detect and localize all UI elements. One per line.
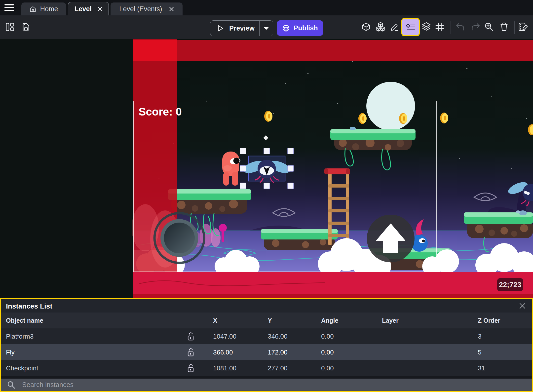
instances-list-panel: Instances List Object name X Y Angle Lay…: [0, 298, 533, 392]
jump-button-control[interactable]: [367, 215, 415, 262]
lock-icon[interactable]: [187, 344, 194, 360]
close-icon[interactable]: [169, 7, 174, 11]
trash-icon[interactable]: [499, 22, 509, 32]
instances-list-icon[interactable]: [401, 18, 420, 36]
tab-label: Level: [75, 5, 92, 13]
instance-zorder[interactable]: 5: [478, 344, 481, 360]
toolbar-divider: [514, 21, 515, 34]
objects-cube-icon[interactable]: [361, 22, 371, 32]
publish-button[interactable]: Publish: [277, 20, 323, 36]
editor-toolbar: Preview Publish: [0, 15, 533, 39]
grid-icon[interactable]: [435, 22, 444, 32]
preview-button[interactable]: Preview: [210, 20, 273, 36]
lock-icon[interactable]: [187, 360, 194, 376]
tab-label: Level (Events): [119, 5, 162, 13]
layers-icon[interactable]: [421, 22, 431, 32]
hamburger-menu-icon[interactable]: [4, 4, 15, 11]
instance-zorder[interactable]: 31: [478, 360, 485, 376]
panel-divider: [1, 376, 532, 379]
tab-home[interactable]: Home: [21, 2, 66, 15]
platform-instance[interactable]: [261, 229, 338, 250]
scene-canvas[interactable]: [0, 39, 533, 298]
undo-icon[interactable]: [456, 23, 466, 31]
tab-label: Home: [40, 5, 58, 13]
table-row[interactable]: Checkpoint 1081.00 277.00 0.00 31: [1, 360, 532, 376]
preview-label: Preview: [229, 25, 255, 32]
instance-y[interactable]: 172.00: [268, 344, 288, 360]
edit-scene-events-icon[interactable]: [518, 22, 529, 32]
instance-y[interactable]: 277.00: [268, 360, 288, 376]
instance-x[interactable]: 1047.00: [213, 328, 236, 344]
chevron-down-icon[interactable]: [260, 27, 273, 30]
instance-name: Checkpoint: [6, 360, 38, 376]
home-icon: [29, 5, 37, 13]
layout-panels-icon[interactable]: [5, 22, 15, 32]
tab-level[interactable]: Level: [68, 2, 109, 16]
cursor-coordinates-badge: 22;723: [497, 278, 523, 291]
col-x: X: [213, 313, 217, 328]
search-bar[interactable]: [1, 379, 532, 391]
edit-pencil-icon[interactable]: [390, 22, 399, 32]
col-angle: Angle: [321, 313, 338, 328]
globe-icon: [282, 24, 290, 32]
instance-name: Fly: [6, 344, 15, 360]
table-row[interactable]: Platform3 1047.00 346.00 0.00 3: [1, 328, 532, 344]
instance-x[interactable]: 1081.00: [213, 360, 236, 376]
joystick-control[interactable]: [154, 213, 204, 263]
close-icon[interactable]: [98, 7, 102, 11]
search-input[interactable]: [22, 381, 246, 389]
table-header: Object name X Y Angle Layer Z Order: [1, 313, 532, 328]
close-icon[interactable]: [519, 303, 526, 309]
col-y: Y: [268, 313, 272, 328]
publish-label: Publish: [294, 24, 318, 32]
search-icon: [7, 381, 16, 389]
tab-bar: Home Level Level (Events): [0, 0, 533, 15]
panel-title: Instances List: [6, 302, 52, 310]
moon[interactable]: [366, 82, 415, 130]
instance-name: Platform3: [6, 328, 34, 344]
instance-x[interactable]: 366.00: [213, 344, 233, 360]
instance-angle[interactable]: 0.00: [321, 360, 334, 376]
lock-icon[interactable]: [187, 328, 194, 344]
score-hud-text: Score: 0: [139, 106, 182, 118]
instance-y[interactable]: 346.00: [268, 328, 288, 344]
save-icon[interactable]: [21, 22, 31, 32]
object-groups-icon[interactable]: [376, 22, 385, 32]
tab-level-events[interactable]: Level (Events): [111, 2, 183, 15]
col-object-name: Object name: [6, 313, 43, 328]
instance-angle[interactable]: 0.00: [321, 328, 334, 344]
fly-instance-selected[interactable]: [242, 156, 292, 183]
redo-icon[interactable]: [470, 23, 480, 31]
col-layer: Layer: [382, 313, 399, 328]
play-icon: [217, 25, 224, 32]
instance-zorder[interactable]: 3: [478, 328, 481, 344]
table-row-selected[interactable]: Fly 366.00 172.00 0.00 5: [1, 344, 532, 360]
zoom-in-icon[interactable]: [484, 22, 494, 32]
toolbar-divider: [451, 21, 451, 34]
instance-angle[interactable]: 0.00: [321, 344, 334, 360]
col-zorder: Z Order: [478, 313, 500, 328]
